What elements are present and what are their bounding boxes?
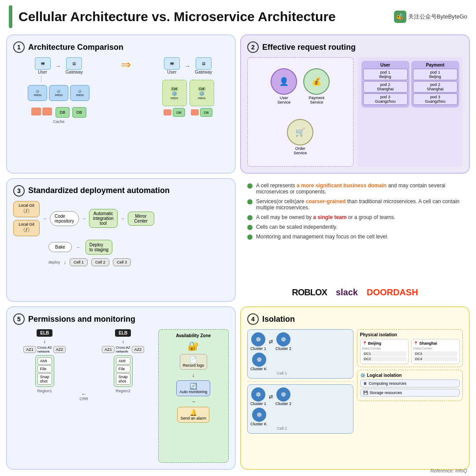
cache-box — [31, 108, 52, 115]
panel2-title-text: Effective request routing — [262, 43, 356, 52]
cell-db-box-1: DB — [173, 108, 185, 117]
logical-isolation-box: ⚙️ Logical isolation 🖥 Computing resourc… — [357, 370, 463, 401]
avail-zone-box: Availability Zone 🔐 📄 Record logs ↓ 🔄 Au… — [158, 329, 229, 463]
panel-routing: 2 Effective request routing 👤 UserServic… — [240, 34, 470, 174]
avail-zone-title: Availability Zone — [176, 333, 211, 338]
user-device-icon-left: 💻 — [35, 57, 51, 70]
cluster-k-bottom-label: Cluster K — [250, 422, 267, 426]
db-row-left: DB DB — [56, 107, 86, 118]
user-pod-1: pod 1Beijing — [363, 69, 408, 80]
gateway-label-left: Gateway — [66, 70, 83, 74]
ami-group-2: AMI File Snapshot — [114, 355, 133, 387]
region1-group: ELB ↓ AZ1 Cross AZnetwork AZ2 AMI File S… — [13, 329, 76, 463]
key-point-2: Services(or cells)are coarser-grained th… — [247, 198, 463, 211]
logo: 🐝 关注公众号ByteByteGo — [394, 11, 467, 23]
bullet-2 — [247, 199, 253, 205]
db-2: DB — [72, 107, 86, 118]
mirror-center-box: MirrorCenter — [128, 212, 154, 226]
computing-label: Computing resources — [369, 381, 407, 386]
git-column: Local Git 〈/〉 Local Git 〈/〉 — [13, 201, 40, 236]
snapshot-2: Snapshot — [116, 373, 130, 385]
panel-isolation: 4 Isolation ☸ Cluster 1 ⇄ ☸ Cluste — [240, 306, 470, 470]
shanghai-label: 📍 Shanghai — [413, 341, 457, 346]
deploy-row-3: deploy ↓ Cell 1 Cell 2 Cell 3 — [48, 258, 229, 266]
payment-svc-container: 💰 PaymentService — [303, 68, 330, 104]
arch-right: 💻 User → 🖥 Gateway Cell ⚙️ micro — [162, 57, 214, 117]
cluster-group-bottom: ☸ Cluster 1 ⇄ ☸ Cluster 2 ☸ Cluster K Ce… — [247, 384, 353, 434]
cache-label: Cache — [53, 119, 64, 124]
user-label-left: User — [38, 70, 47, 74]
user-service-bubble: 👤 — [271, 68, 297, 95]
gateway-box-right: 🖥 Gateway — [195, 57, 212, 74]
auto-monitoring-box: 🔄 Auto monitoring — [176, 380, 210, 396]
cluster-2-label: Cluster 2 — [275, 346, 291, 351]
panel2-title: 2 Effective request routing — [247, 41, 463, 53]
gateway-box-left: 🖥 Gateway — [66, 57, 83, 74]
bullet-3 — [247, 215, 253, 220]
db-1: DB — [56, 107, 70, 118]
gateway-icon-right: 🖥 — [196, 57, 212, 70]
deploy-staging-box: Deployto staging — [86, 240, 112, 255]
arch-top-row-left: 💻 User → 🖥 Gateway — [35, 57, 83, 74]
cell-cache-1 — [164, 109, 171, 115]
cluster-k-bottom: ☸ Cluster K Cell 2 — [250, 408, 350, 431]
logical-title-text: Logical isolation — [367, 373, 402, 378]
ms-box-2: ⚙️micro — [49, 85, 68, 101]
key-point-4: Cells can be scaled independently. — [247, 224, 463, 230]
key-point-3: A cell may be owned by a single team or … — [247, 214, 463, 220]
cluster-2-bottom: ☸ Cluster 2 — [275, 387, 291, 406]
ms-row-left: ⚙️micro ⚙️micro ⚙️micro — [28, 85, 89, 101]
record-logs-box: 📄 Record logs — [180, 354, 207, 370]
arch-diagram: 💻 User → 🖥 Gateway ⚙️micro ⚙️micro ⚙️mic… — [13, 57, 229, 124]
cell-1-box: Cell 1 — [70, 258, 88, 266]
vert-line-left — [41, 76, 103, 82]
db-cache-row: DB DB — [31, 105, 86, 118]
cluster-row-bottom: ☸ Cluster 1 ⇄ ☸ Cluster 2 — [250, 387, 350, 406]
routing-right: User pod 1Beijing pod 2Shanghai pod 3Gua… — [358, 57, 463, 167]
arrow-bake-deploy: ← — [76, 245, 81, 250]
dc4: DC4 — [413, 357, 457, 361]
cell-ms-2: Cell ⚙️ micro — [190, 80, 214, 106]
arrow-left: → — [55, 63, 61, 70]
cluster-group-top: ☸ Cluster 1 ⇄ ☸ Cluster 2 ☸ Cluster K Ce… — [247, 329, 353, 379]
beijing-label: 📍 Beijing — [362, 341, 406, 346]
panel-architecture-comparison: 1 Architecture Comparison 💻 User → 🖥 Gat… — [6, 34, 236, 174]
cluster-1-bottom: ☸ Cluster 1 — [250, 387, 266, 406]
computing-resources-box: 🖥 Computing resources — [360, 379, 460, 387]
payment-service-bubble: 💰 — [303, 68, 330, 95]
shanghai-dc-label: Data Center — [413, 346, 457, 350]
cluster-2-icon: ☸ — [276, 332, 290, 346]
beijing-box: 📍 Beijing Data Center DC1 DC2 — [360, 339, 409, 364]
crr-label: CRR — [80, 397, 89, 401]
deploy-row-2: Bake ← Deployto staging — [48, 240, 229, 255]
key-point-5: Monitoring and management may focus on t… — [247, 234, 463, 240]
avail-zone-icon: 🔐 — [188, 341, 199, 351]
company-logos: ROBLOX slack DOORDASH — [247, 287, 463, 298]
panel5-title: 5 Permissions and monitoring — [13, 313, 229, 325]
bullet-1 — [247, 183, 253, 189]
payment-pod-title: Payment — [413, 63, 457, 67]
storage-label: Storage resources — [370, 390, 402, 395]
routing-diagram: 👤 UserService 💰 PaymentService 🛒 — [247, 57, 463, 167]
perm-diagram: ELB ↓ AZ1 Cross AZnetwork AZ2 AMI File S… — [13, 329, 229, 463]
user-pod-2: pod 2Shanghai — [363, 81, 408, 93]
region2-label: Region2 — [115, 389, 130, 393]
header-accent — [9, 5, 12, 28]
cell-2-box: Cell 2 — [91, 258, 109, 266]
arrow-to-auto: → — [82, 216, 86, 221]
bake-box: Bake — [48, 242, 72, 252]
panel3-number: 3 — [13, 185, 25, 197]
deploy-row-1: Local Git 〈/〉 Local Git 〈/〉 → Codereposi… — [13, 201, 229, 236]
snapshot-1: Snapshot — [37, 373, 52, 385]
payment-pod-2: pod 2Shanghai — [413, 81, 457, 93]
az2-1: AZ2 — [53, 346, 66, 353]
dc1: DC1 — [362, 351, 406, 356]
payment-pod-group: Payment pod 1Beijing pod 2Shanghai pod 3… — [411, 61, 459, 108]
crr-arrow: ← CRR — [80, 329, 89, 463]
key-points: A cell represents a more significant bus… — [247, 182, 463, 243]
code-repo-box: Coderepository — [50, 211, 79, 226]
key-point-1: A cell represents a more significant bus… — [247, 182, 463, 195]
cluster-2-top: ☸ Cluster 2 — [275, 332, 291, 351]
cell-ms-1: Cell ⚙️ micro — [162, 80, 187, 106]
panel4-title: 4 Isolation — [247, 313, 463, 325]
